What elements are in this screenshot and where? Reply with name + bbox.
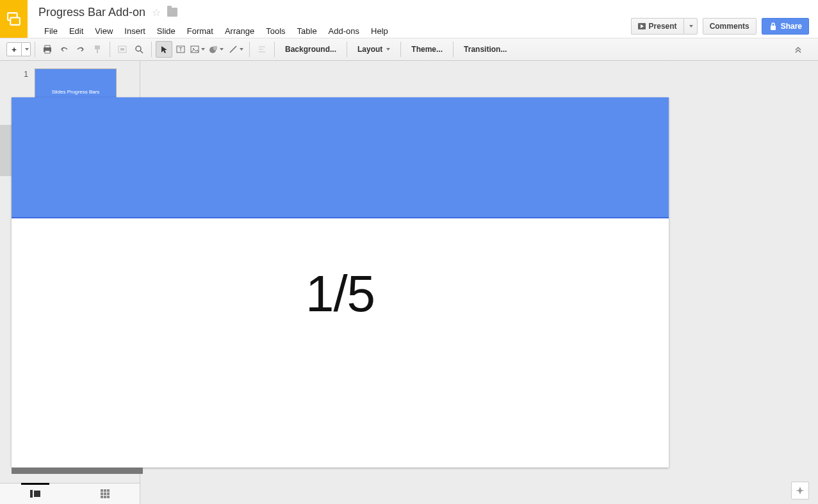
toolbar: + T Background... Layout Theme... Transi… [0, 38, 818, 61]
svg-rect-6 [45, 51, 50, 53]
menu-table[interactable]: Table [291, 24, 323, 38]
star-icon[interactable]: ☆ [152, 6, 161, 19]
menu-help[interactable]: Help [365, 24, 394, 38]
line-icon[interactable] [226, 41, 245, 58]
svg-rect-33 [107, 496, 110, 498]
slide-header-band [12, 97, 669, 218]
menu-addons[interactable]: Add-ons [323, 24, 365, 38]
svg-line-12 [140, 51, 143, 53]
layout-button[interactable]: Layout [351, 42, 397, 56]
svg-rect-26 [104, 489, 106, 492]
svg-rect-7 [95, 45, 100, 49]
menu-edit[interactable]: Edit [63, 24, 89, 38]
svg-rect-30 [107, 492, 110, 495]
svg-rect-8 [97, 49, 98, 53]
svg-rect-29 [104, 492, 106, 495]
new-slide-dropdown[interactable] [22, 42, 31, 56]
filmstrip-view-button[interactable] [0, 484, 70, 504]
menu-file[interactable]: File [38, 24, 63, 38]
folder-icon[interactable] [167, 8, 177, 17]
share-label: Share [781, 22, 802, 31]
svg-rect-25 [101, 489, 103, 492]
select-icon[interactable] [156, 41, 172, 58]
svg-rect-10 [120, 48, 124, 51]
textbox-icon[interactable]: T [172, 41, 189, 58]
menu-format[interactable]: Format [181, 24, 219, 38]
undo-icon[interactable] [56, 41, 72, 58]
background-button[interactable]: Background... [279, 42, 343, 56]
redo-icon[interactable] [72, 41, 89, 58]
menu-arrange[interactable]: Arrange [219, 24, 260, 38]
svg-rect-32 [104, 496, 106, 498]
svg-rect-23 [30, 490, 33, 498]
present-dropdown[interactable] [683, 18, 698, 35]
document-title[interactable]: Progress Bar Add-on [38, 6, 145, 19]
svg-rect-28 [101, 492, 103, 495]
zoom-fit-icon[interactable] [114, 41, 131, 58]
transition-button[interactable]: Transition... [457, 42, 513, 56]
svg-rect-24 [34, 491, 40, 497]
svg-rect-27 [107, 489, 110, 492]
slide-canvas[interactable]: 1/5 [140, 61, 818, 504]
share-button[interactable]: Share [762, 18, 809, 35]
menu-bar: File Edit View Insert Slide Format Arran… [38, 24, 631, 38]
explore-button[interactable] [791, 482, 809, 500]
svg-rect-3 [771, 26, 776, 30]
play-icon [638, 23, 646, 29]
present-label: Present [649, 22, 677, 31]
comments-label: Comments [710, 22, 749, 31]
slides-app-icon[interactable] [0, 0, 28, 38]
slide-body-text: 1/5 [12, 264, 669, 323]
present-button[interactable]: Present [631, 18, 683, 35]
grid-view-button[interactable] [70, 484, 141, 504]
menu-slide[interactable]: Slide [151, 24, 181, 38]
comments-button[interactable]: Comments [703, 18, 757, 35]
view-switcher [0, 483, 140, 504]
image-icon[interactable] [189, 41, 206, 58]
align-icon[interactable] [254, 41, 270, 58]
menu-view[interactable]: View [89, 24, 119, 38]
lock-icon [769, 22, 778, 30]
collapse-toolbar-icon[interactable] [790, 41, 806, 58]
paint-format-icon[interactable] [89, 41, 106, 58]
new-slide-button[interactable]: + [6, 42, 22, 56]
theme-button[interactable]: Theme... [405, 42, 449, 56]
menu-insert[interactable]: Insert [119, 24, 151, 38]
print-icon[interactable] [39, 41, 56, 58]
svg-rect-18 [213, 46, 217, 50]
shape-icon[interactable] [206, 41, 226, 58]
svg-rect-1 [10, 17, 20, 24]
svg-rect-31 [101, 496, 103, 498]
slide-progress-bar [12, 467, 143, 474]
svg-text:T: T [179, 46, 183, 53]
current-slide[interactable]: 1/5 [12, 97, 669, 467]
zoom-icon[interactable] [131, 41, 147, 58]
menu-tools[interactable]: Tools [260, 24, 291, 38]
svg-point-11 [136, 46, 141, 51]
svg-line-19 [230, 46, 236, 53]
